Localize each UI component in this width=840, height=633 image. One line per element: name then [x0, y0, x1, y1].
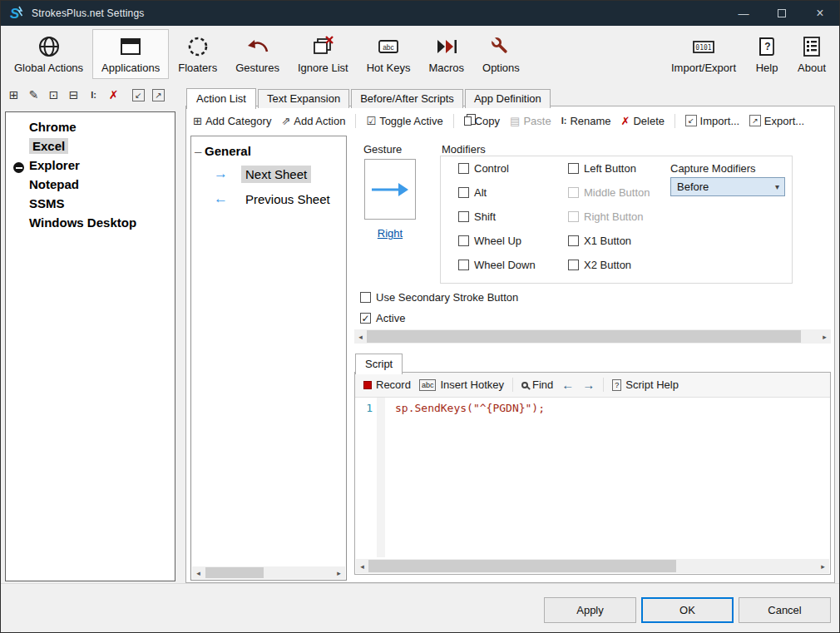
- toolbar-macros[interactable]: Macros: [419, 29, 473, 79]
- gesture-direction-link[interactable]: Right: [364, 227, 416, 240]
- cancel-button[interactable]: Cancel: [739, 597, 831, 623]
- app-item-explorer[interactable]: Explorer: [6, 156, 175, 175]
- rename-button[interactable]: I:Rename: [561, 115, 611, 127]
- button-label: Insert Hotkey: [440, 378, 504, 391]
- scroll-thumb[interactable]: [367, 330, 801, 343]
- checkbox-x2-button[interactable]: X2 Button: [568, 259, 631, 271]
- add-action-icon: ⇗: [281, 115, 290, 127]
- code-line[interactable]: sp.SendKeys("^{PGDN}");: [395, 402, 545, 414]
- tab-action-list[interactable]: Action List: [186, 88, 256, 109]
- checkbox-active[interactable]: ✓Active: [360, 312, 405, 324]
- separator: [512, 378, 513, 392]
- gesture-arrow-icon: [245, 34, 270, 59]
- rename-icon: I:: [561, 116, 567, 126]
- checkbox-control[interactable]: Control: [458, 162, 509, 175]
- import-button[interactable]: ↙Import...: [685, 115, 739, 127]
- ok-button[interactable]: OK: [641, 597, 734, 623]
- add-category-button[interactable]: ⊞Add Category: [193, 115, 271, 127]
- checkbox-wheel-up[interactable]: Wheel Up: [458, 235, 521, 247]
- apply-button[interactable]: Apply: [544, 597, 636, 623]
- settings-tabs: Action List Text Expansion Before/After …: [186, 88, 552, 108]
- script-editor[interactable]: 1 sp.SendKeys("^{PGDN}");: [355, 398, 830, 557]
- checkbox-left-button[interactable]: Left Button: [568, 162, 636, 175]
- toolbar-help[interactable]: ? Help: [745, 29, 788, 79]
- delete-button[interactable]: ✗Delete: [621, 115, 665, 127]
- toolbar-import-export[interactable]: 0101 Import/Export: [662, 29, 745, 79]
- scroll-left-icon[interactable]: ◂: [354, 329, 367, 344]
- app-item-ssms[interactable]: SSMS: [6, 194, 175, 213]
- toolbar-floaters[interactable]: Floaters: [169, 29, 226, 79]
- export-button[interactable]: ↗Export...: [749, 115, 804, 127]
- tree-horizontal-scrollbar[interactable]: ◂ ▸: [192, 566, 345, 579]
- toolbar-global-actions[interactable]: Global Actions: [5, 29, 92, 79]
- scroll-thumb[interactable]: [205, 567, 264, 578]
- edit-item-icon[interactable]: ✎: [27, 88, 40, 101]
- checkbox-box: [568, 187, 579, 198]
- app-item-excel[interactable]: Excel: [6, 136, 175, 156]
- delete-item-icon[interactable]: ✗: [107, 88, 120, 101]
- gesture-group-label: Gesture: [363, 143, 402, 156]
- button-label: Find: [532, 378, 553, 391]
- scroll-right-icon[interactable]: ▸: [818, 329, 831, 344]
- tab-text-expansion[interactable]: Text Expansion: [258, 89, 349, 108]
- tree-item-next-sheet[interactable]: → Next Sheet: [191, 163, 346, 185]
- toggle-active-button[interactable]: ☑Toggle Active: [366, 115, 442, 127]
- tree-category-general[interactable]: General: [205, 144, 251, 158]
- checkbox-x1-button[interactable]: X1 Button: [568, 235, 631, 247]
- editor-horizontal-scrollbar[interactable]: ◂ ▸: [356, 559, 829, 573]
- tree-item-previous-sheet[interactable]: ← Previous Sheet: [191, 188, 346, 210]
- tab-before-after-scripts[interactable]: Before/After Scripts: [351, 89, 463, 108]
- app-item-windows-desktop[interactable]: Windows Desktop: [6, 213, 175, 232]
- capture-modifiers-select[interactable]: Before ▾: [670, 177, 785, 196]
- scroll-left-icon[interactable]: ◂: [192, 566, 205, 579]
- script-help-button[interactable]: ?Script Help: [612, 378, 679, 391]
- toolbar-about[interactable]: About: [788, 29, 835, 79]
- scroll-right-icon[interactable]: ▸: [333, 566, 345, 579]
- toolbar-label: Applications: [101, 62, 160, 74]
- copy-button[interactable]: Copy: [464, 115, 500, 127]
- checkbox-label: Active: [376, 312, 405, 324]
- collapse-icon[interactable]: –: [195, 144, 201, 158]
- pop-in-icon[interactable]: ↙: [132, 89, 145, 101]
- checkbox-label: Right Button: [584, 210, 644, 223]
- toolbar-gestures[interactable]: Gestures: [226, 29, 289, 79]
- insert-hotkey-button[interactable]: abcInsert Hotkey: [419, 378, 504, 391]
- toolbar-ignore-list[interactable]: Ignore List: [289, 29, 358, 79]
- minimize-button[interactable]: —: [724, 1, 763, 26]
- pop-out-icon[interactable]: ↗: [152, 89, 165, 101]
- toolbar-hot-keys[interactable]: abc Hot Keys: [358, 29, 420, 79]
- navigate-back-button[interactable]: ←: [561, 378, 574, 392]
- app-item-label: SSMS: [29, 196, 65, 210]
- navigate-forward-button[interactable]: →: [582, 378, 595, 392]
- rename-item-icon[interactable]: I:: [87, 90, 100, 100]
- app-item-notepad[interactable]: Notepad: [6, 175, 175, 194]
- lock-item-icon[interactable]: ⊟: [67, 88, 80, 101]
- checkbox-wheel-down[interactable]: Wheel Down: [458, 259, 536, 271]
- maximize-button[interactable]: [763, 1, 801, 26]
- add-item-icon[interactable]: ⊞: [7, 88, 20, 101]
- checkbox-box: [458, 211, 469, 222]
- checkbox-secondary-stroke[interactable]: Use Secondary Stroke Button: [360, 291, 518, 304]
- paste-button[interactable]: ▤Paste: [510, 115, 551, 127]
- find-button[interactable]: Find: [521, 378, 553, 391]
- copy-item-icon[interactable]: ⊡: [47, 88, 60, 101]
- checkbox-shift[interactable]: Shift: [458, 210, 496, 223]
- tab-app-definition[interactable]: App Definition: [465, 89, 551, 108]
- checkbox-alt[interactable]: Alt: [458, 186, 487, 199]
- record-button[interactable]: Record: [363, 378, 411, 391]
- toolbar-options[interactable]: Options: [473, 29, 529, 79]
- tab-script[interactable]: Script: [355, 354, 403, 374]
- add-action-button[interactable]: ⇗Add Action: [281, 115, 345, 127]
- scroll-right-icon[interactable]: ▸: [817, 559, 829, 573]
- close-button[interactable]: ×: [801, 1, 839, 26]
- checkbox-box: [568, 211, 579, 222]
- panel-horizontal-scrollbar[interactable]: ◂ ▸: [354, 329, 831, 344]
- toolbar-label: Floaters: [178, 62, 217, 74]
- scroll-left-icon[interactable]: ◂: [356, 559, 368, 573]
- app-item-chrome[interactable]: Chrome: [6, 117, 175, 136]
- checkbox-box: [458, 163, 469, 174]
- paste-icon: ▤: [510, 115, 520, 127]
- toolbar-applications[interactable]: Applications: [92, 29, 169, 79]
- scroll-thumb[interactable]: [368, 560, 676, 572]
- capture-modifiers-label: Capture Modifiers: [670, 162, 756, 175]
